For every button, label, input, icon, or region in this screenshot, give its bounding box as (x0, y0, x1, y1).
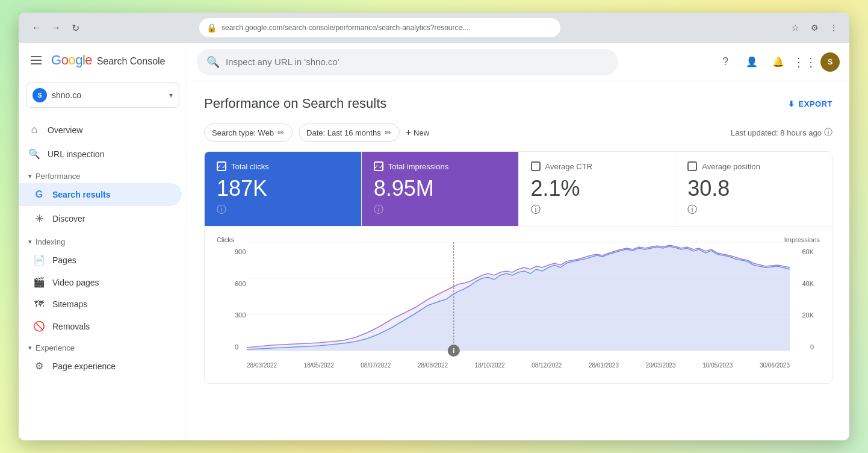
asterisk-icon: ✳ (33, 212, 45, 225)
sidebar-header: Google Search Console (19, 43, 187, 78)
property-name: shno.co (52, 90, 164, 100)
sidebar-item-label: Overview (48, 125, 82, 135)
info-icon[interactable]: ⓘ (687, 204, 697, 214)
section-label: Performance (36, 172, 80, 181)
sidebar-item-video-pages[interactable]: 🎬 Video pages (19, 271, 182, 293)
metric-total-clicks[interactable]: ✓ Total clicks 187K ⓘ (205, 152, 362, 226)
users-button[interactable]: 👤 (741, 51, 763, 73)
section-label: Experience (36, 343, 75, 352)
search-icon: 🔍 (206, 55, 220, 69)
chart-inner: Clicks Impressions 900 600 300 0 60K 40K… (217, 236, 820, 369)
metric-label: Total impressions (388, 162, 448, 171)
sidebar-item-removals[interactable]: 🚫 Removals (19, 315, 182, 337)
extensions-button[interactable]: ⚙ (806, 19, 823, 36)
search-type-filter[interactable]: Search type: Web ✏ (204, 123, 293, 142)
browser-chrome: ← → ↻ 🔒 search.google.com/search-console… (19, 13, 849, 43)
search-input[interactable] (226, 57, 609, 67)
sidebar-item-url-inspection[interactable]: 🔍 URL inspection (19, 142, 182, 166)
hamburger-button[interactable] (28, 54, 44, 67)
filter-label: Date: Last 16 months (306, 128, 381, 137)
apps-button[interactable]: ⋮⋮ (794, 51, 816, 73)
refresh-button[interactable]: ↻ (67, 19, 84, 36)
chart-svg: i (247, 242, 790, 351)
sidebar-item-overview[interactable]: ⌂ Overview (19, 117, 182, 142)
sidebar-item-pages[interactable]: 📄 Pages (19, 249, 182, 271)
metric-header: ✓ Total clicks (217, 161, 349, 171)
edit-icon: ✏ (277, 128, 285, 137)
metric-label: Average CTR (545, 162, 593, 171)
main-content: 🔍 ? 👤 🔔 ⋮⋮ S Performance on Search resul… (187, 43, 849, 440)
property-selector[interactable]: S shno.co ▾ (26, 83, 179, 108)
back-button[interactable]: ← (28, 19, 45, 36)
sidebar-item-search-results[interactable]: G Search results (19, 183, 182, 206)
y-tick: 600 (235, 280, 246, 287)
info-icon[interactable]: ⓘ (531, 204, 541, 214)
metric-label: Total clicks (231, 162, 269, 171)
removals-icon: 🚫 (33, 320, 45, 332)
info-icon[interactable]: ⓘ (217, 204, 226, 214)
sidebar-item-label: Search results (52, 190, 111, 199)
metric-value: 187K (217, 176, 349, 201)
metric-average-ctr[interactable]: Average CTR 2.1% ⓘ (519, 152, 676, 226)
metric-average-position[interactable]: Average position 30.8 ⓘ (675, 152, 832, 226)
metric-label: Average position (702, 162, 760, 171)
help-button[interactable]: ? (715, 51, 736, 73)
top-bar: 🔍 ? 👤 🔔 ⋮⋮ S (187, 43, 849, 81)
metrics-row: ✓ Total clicks 187K ⓘ ✓ Total impression… (204, 151, 832, 226)
date-range-filter[interactable]: Date: Last 16 months ✏ (299, 123, 400, 142)
download-icon: ⬇ (788, 99, 795, 108)
new-label: New (414, 128, 429, 137)
x-tick: 28/01/2023 (589, 362, 619, 369)
property-icon: S (33, 88, 47, 102)
metric-header: ✓ Total impressions (374, 161, 506, 171)
export-button[interactable]: ⬇ EXPORT (788, 99, 832, 108)
lock-icon: 🔒 (206, 23, 217, 33)
browser-window: ← → ↻ 🔒 search.google.com/search-console… (19, 13, 849, 440)
logo: Google Search Console (51, 52, 165, 68)
metric-value: 30.8 (687, 176, 820, 201)
bell-button[interactable]: 🔔 (767, 51, 789, 73)
forward-button[interactable]: → (48, 19, 64, 36)
url-bar[interactable]: 🔒 search.google.com/search-console/perfo… (199, 18, 560, 37)
experience-icon: ⚙ (33, 360, 45, 372)
info-icon[interactable]: ⓘ (374, 204, 383, 214)
nav-section-indexing[interactable]: ▾ Indexing (19, 231, 187, 249)
nav-section-experience[interactable]: ▾ Experience (19, 337, 187, 355)
bookmark-button[interactable]: ☆ (787, 19, 804, 36)
sidebar-item-page-experience[interactable]: ⚙ Page experience (19, 355, 182, 377)
content-area: Performance on Search results ⬇ EXPORT S… (187, 81, 849, 440)
metric-total-impressions[interactable]: ✓ Total impressions 8.95M ⓘ (362, 152, 519, 226)
y-tick: 20K (802, 311, 814, 319)
y-tick: 60K (802, 248, 814, 255)
metric-checkbox[interactable]: ✓ (217, 161, 226, 171)
sidebar-item-sitemaps[interactable]: 🗺 Sitemaps (19, 293, 182, 315)
nav-section-performance[interactable]: ▾ Performance (19, 166, 187, 183)
google-g-icon: G (33, 189, 45, 200)
y-tick: 900 (235, 248, 246, 255)
sitemap-icon: 🗺 (33, 299, 45, 310)
app-container: Google Search Console S shno.co ▾ ⌂ Over… (19, 43, 849, 440)
y-tick: 0 (802, 343, 814, 351)
x-tick: 18/10/2022 (475, 362, 505, 369)
chevron-down-icon: ▾ (169, 91, 173, 99)
add-filter-button[interactable]: + New (406, 127, 429, 138)
chevron-icon: ▾ (28, 238, 32, 246)
metric-checkbox[interactable] (687, 161, 697, 171)
metric-checkbox[interactable]: ✓ (374, 161, 383, 171)
sidebar-item-discover[interactable]: ✳ Discover (19, 206, 182, 231)
filter-label: Search type: Web (212, 128, 274, 137)
metric-checkbox[interactable] (531, 161, 541, 171)
clicks-y-label: Clicks (217, 236, 234, 243)
plus-icon: + (406, 127, 411, 138)
avatar[interactable]: S (820, 52, 840, 72)
metric-header: Average CTR (531, 161, 663, 171)
y-axis-right: 60K 40K 20K 0 (802, 248, 814, 351)
svg-text:i: i (453, 347, 454, 354)
last-updated: Last updated: 8 hours ago ⓘ (731, 127, 832, 138)
x-tick: 08/12/2022 (532, 362, 562, 369)
x-tick: 28/03/2022 (247, 362, 277, 369)
x-tick: 28/08/2022 (418, 362, 448, 369)
search-box[interactable]: 🔍 (197, 49, 618, 75)
menu-button[interactable]: ⋮ (825, 19, 842, 36)
metric-value: 8.95M (374, 176, 506, 201)
